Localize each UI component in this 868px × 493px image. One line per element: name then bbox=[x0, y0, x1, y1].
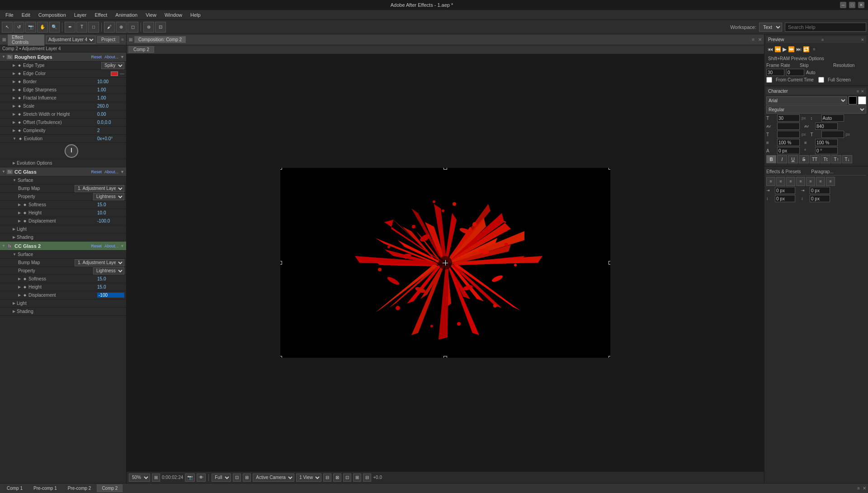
space-after-input[interactable] bbox=[810, 195, 830, 202]
stroke-color-box[interactable] bbox=[858, 96, 866, 104]
evolution-dial[interactable] bbox=[65, 144, 78, 158]
allcaps-button[interactable]: TT bbox=[810, 155, 820, 163]
justify-all-button[interactable]: ≡ bbox=[826, 177, 835, 186]
handle-mt[interactable] bbox=[443, 168, 447, 170]
roughen-reset-button[interactable]: Reset bbox=[91, 55, 102, 59]
zoom-select[interactable]: 50% bbox=[129, 474, 150, 482]
vscale-input[interactable] bbox=[821, 131, 844, 138]
menu-file[interactable]: File bbox=[2, 11, 17, 19]
font-style-select[interactable]: Regular bbox=[766, 105, 866, 114]
cc-glass-height-value[interactable]: 10.0 bbox=[97, 210, 124, 215]
workspace-select[interactable]: Text bbox=[759, 23, 782, 32]
camera-select[interactable]: Active Camera bbox=[253, 474, 294, 482]
preview-opts-icon[interactable]: ≡ bbox=[813, 47, 815, 52]
view-opt-button[interactable]: ⊟ bbox=[323, 474, 331, 482]
prev-last-button[interactable]: ⏭ bbox=[796, 46, 802, 52]
bold-button[interactable]: B bbox=[766, 155, 776, 163]
character-menu[interactable]: ≡ bbox=[857, 89, 859, 94]
cc-glass2-collapse-arrow[interactable]: ▼ bbox=[2, 244, 5, 248]
evolution-value[interactable]: 0x+0.0° bbox=[97, 136, 124, 141]
baseline-input[interactable] bbox=[777, 147, 800, 154]
handle-mr[interactable] bbox=[609, 261, 610, 265]
align-center-button[interactable]: ≡ bbox=[776, 177, 785, 186]
cc-glass2-light-arrow[interactable]: ▶ bbox=[13, 301, 15, 305]
prev-prev-button[interactable]: ⏪ bbox=[774, 46, 781, 52]
cc-glass2-height-value[interactable]: 15.0 bbox=[97, 284, 124, 289]
close-button[interactable]: ✕ bbox=[858, 2, 864, 8]
roughen-about-button[interactable]: About... bbox=[104, 55, 118, 59]
tl-menu-icon[interactable]: ≡ bbox=[857, 486, 860, 491]
frame-rate-input[interactable]: 30 bbox=[766, 69, 784, 76]
prev-loop-button[interactable]: 🔁 bbox=[803, 46, 810, 52]
tool-text[interactable]: T bbox=[76, 22, 87, 33]
preview-close[interactable]: ✕ bbox=[861, 38, 864, 42]
res-button[interactable]: ⊡ bbox=[233, 474, 241, 482]
cc-glass-bumpmap-select[interactable]: 1. Adjustment Layer 4 bbox=[75, 185, 124, 192]
tool-pen[interactable]: ✒ bbox=[65, 22, 75, 33]
tool-zoom[interactable]: 🔍 bbox=[49, 22, 60, 33]
super-button[interactable]: T↑ bbox=[831, 155, 841, 163]
cc-glass2-surface-arrow[interactable]: ▼ bbox=[13, 252, 16, 256]
edge-color-swatch[interactable] bbox=[111, 71, 118, 76]
font-family-select[interactable]: Arial bbox=[766, 96, 847, 104]
handle-mb[interactable] bbox=[443, 356, 447, 358]
cc-glass-displacement-value[interactable]: -100.0 bbox=[97, 218, 124, 223]
justify-center-button[interactable]: ≡ bbox=[806, 177, 815, 186]
tool-camera[interactable]: 📷 bbox=[25, 22, 36, 33]
cc-glass2-shading-arrow[interactable]: ▶ bbox=[13, 309, 15, 313]
smallcaps-button[interactable]: Tt bbox=[821, 155, 830, 163]
panel-menu-icon[interactable]: ≡ bbox=[121, 37, 124, 42]
font-color-box[interactable] bbox=[849, 96, 857, 104]
cc-glass-surface-arrow[interactable]: ▼ bbox=[13, 178, 16, 182]
tool-eraser[interactable]: ◻ bbox=[127, 22, 138, 33]
cc-glass2-options-icon[interactable]: ▼ bbox=[120, 244, 124, 248]
cc-glass2-displacement-value[interactable]: -100 bbox=[97, 293, 124, 298]
prev-play-button[interactable]: ▶ bbox=[783, 46, 787, 52]
indent-input[interactable] bbox=[777, 139, 800, 146]
show-snapshot-button[interactable]: 👁 bbox=[197, 474, 206, 482]
zoom-fit-button[interactable]: ⊞ bbox=[152, 474, 160, 482]
stretch-value[interactable]: 0.00 bbox=[97, 112, 124, 117]
view-opt2-button[interactable]: ⊠ bbox=[333, 474, 341, 482]
roughen-collapse-arrow[interactable]: ▼ bbox=[2, 55, 5, 59]
cc-glass-softness-value[interactable]: 15.0 bbox=[97, 202, 124, 207]
comp-panel-menu[interactable]: ≡ bbox=[752, 37, 755, 42]
handle-tl[interactable] bbox=[280, 168, 282, 170]
tl-tab-comp2[interactable]: Comp 2 bbox=[97, 484, 123, 492]
kerning-input[interactable] bbox=[815, 123, 838, 130]
cc-glass2-reset-button[interactable]: Reset bbox=[91, 244, 102, 248]
right-indent-input[interactable] bbox=[810, 187, 830, 194]
edge-type-select[interactable]: Spiky bbox=[101, 62, 124, 69]
cc-glass-collapse-arrow[interactable]: ▼ bbox=[2, 170, 5, 174]
cc-glass2-property-select[interactable]: Lightness bbox=[93, 267, 124, 275]
handle-ml[interactable] bbox=[280, 261, 282, 265]
cc-glass2-about-button[interactable]: About... bbox=[104, 244, 118, 248]
tl-tab-precomp2[interactable]: Pre-comp 2 bbox=[63, 484, 96, 492]
tl-close-icon[interactable]: ✕ bbox=[863, 486, 866, 491]
cc-glass2-header[interactable]: ▼ fx CC Glass 2 Reset About... ▼ bbox=[0, 242, 126, 251]
menu-view[interactable]: View bbox=[142, 11, 160, 19]
hscale-input[interactable] bbox=[777, 131, 800, 138]
roughen-edges-header[interactable]: ▼ fx Roughen Edges Reset About... ▼ bbox=[0, 52, 126, 62]
indent2-input[interactable] bbox=[815, 139, 838, 146]
roughen-options-icon[interactable]: ▼ bbox=[120, 55, 124, 59]
view-opt3-button[interactable]: ⊡ bbox=[343, 474, 351, 482]
grid-button[interactable]: ⊞ bbox=[243, 474, 251, 482]
menu-animation[interactable]: Animation bbox=[112, 11, 141, 19]
minimize-button[interactable]: ─ bbox=[840, 2, 846, 8]
handle-tr[interactable] bbox=[609, 168, 610, 170]
prev-next-button[interactable]: ⏩ bbox=[788, 46, 795, 52]
strikethrough-button[interactable]: S bbox=[799, 155, 809, 163]
menu-layer[interactable]: Layer bbox=[71, 11, 90, 19]
sharpness-value[interactable]: 1.00 bbox=[97, 87, 124, 92]
menu-effect[interactable]: Effect bbox=[91, 11, 111, 19]
quality-select[interactable]: Full bbox=[212, 474, 231, 482]
scale-value[interactable]: 260.0 bbox=[97, 104, 124, 109]
preview-menu[interactable]: ≡ bbox=[821, 38, 824, 42]
justify-right-button[interactable]: ≡ bbox=[816, 177, 825, 186]
cc-glass2-softness-value[interactable]: 15.0 bbox=[97, 276, 124, 281]
skip-input[interactable]: 0 bbox=[786, 69, 804, 76]
project-tab[interactable]: Project bbox=[97, 36, 119, 43]
left-indent-input[interactable] bbox=[775, 187, 795, 194]
align-left-button[interactable]: ≡ bbox=[766, 177, 775, 186]
